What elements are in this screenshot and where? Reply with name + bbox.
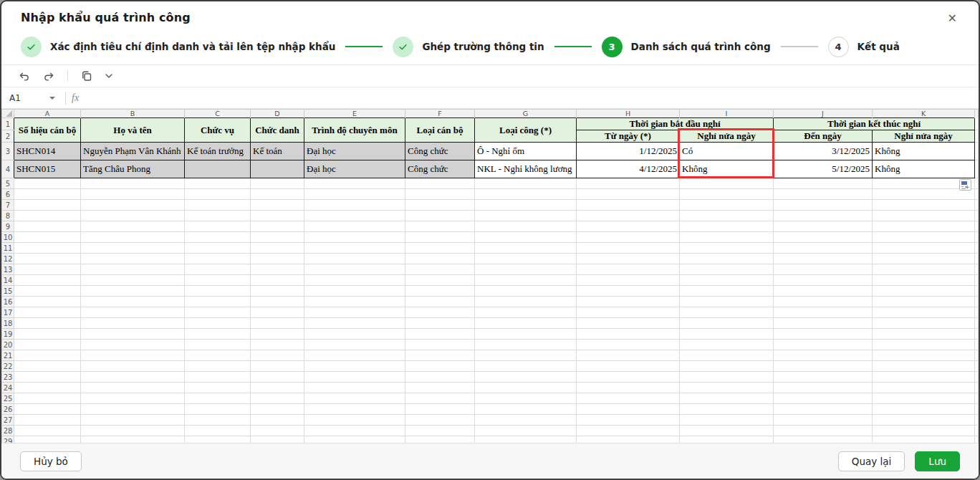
- grid-cell[interactable]: [405, 404, 475, 415]
- data-cell[interactable]: Đại học: [304, 160, 405, 178]
- grid-cell[interactable]: [251, 189, 304, 200]
- grid-cell[interactable]: [405, 329, 475, 340]
- grid-cell[interactable]: [975, 436, 979, 443]
- grid-cell[interactable]: [475, 232, 577, 243]
- row-header[interactable]: 8: [2, 211, 14, 221]
- close-icon[interactable]: ✕: [945, 11, 960, 27]
- grid-cell[interactable]: [185, 297, 251, 307]
- grid-cell[interactable]: [251, 404, 304, 415]
- grid-cell[interactable]: [185, 393, 251, 404]
- row-header[interactable]: 3: [2, 143, 14, 160]
- grid-cell[interactable]: [475, 415, 577, 426]
- grid-cell[interactable]: [251, 211, 304, 221]
- grid-cell[interactable]: [975, 189, 979, 200]
- grid-cell[interactable]: [975, 297, 979, 307]
- grid-cell[interactable]: [185, 361, 251, 372]
- grid-cell[interactable]: [81, 243, 185, 254]
- grid-cell[interactable]: [774, 383, 873, 393]
- grid-cell[interactable]: [475, 436, 577, 443]
- col-header-k[interactable]: K: [873, 110, 975, 118]
- grid-cell[interactable]: [405, 372, 475, 383]
- grid-cell[interactable]: [577, 361, 680, 372]
- grid-cell[interactable]: [975, 340, 979, 350]
- grid-cell[interactable]: [577, 200, 680, 211]
- grid-cell[interactable]: [81, 264, 185, 275]
- grid-cell[interactable]: [251, 232, 304, 243]
- grid-cell[interactable]: [873, 200, 975, 211]
- grid-cell[interactable]: [774, 318, 873, 329]
- data-cell[interactable]: Nguyễn Phạm Vân Khánh: [81, 143, 185, 160]
- row-header[interactable]: 19: [2, 329, 14, 340]
- header-group-cell[interactable]: Thời gian bắt đầu nghỉ: [577, 118, 774, 130]
- grid-cell[interactable]: [873, 221, 975, 232]
- grid-cell[interactable]: [251, 243, 304, 254]
- grid-cell[interactable]: [14, 264, 81, 275]
- data-cell[interactable]: Tăng Châu Phong: [81, 160, 185, 178]
- grid-cell[interactable]: [304, 243, 405, 254]
- cell-name-box[interactable]: A1: [8, 90, 59, 106]
- col-header-b[interactable]: B: [81, 110, 185, 118]
- grid-cell[interactable]: [475, 340, 577, 350]
- grid-cell[interactable]: [14, 436, 81, 443]
- grid-cell[interactable]: [304, 361, 405, 372]
- row-header[interactable]: 21: [2, 350, 14, 361]
- undo-icon[interactable]: [16, 69, 31, 83]
- grid-cell[interactable]: [774, 372, 873, 383]
- row-header[interactable]: 16: [2, 297, 14, 307]
- grid-cell[interactable]: [185, 383, 251, 393]
- grid-cell[interactable]: [475, 264, 577, 275]
- grid-cell[interactable]: [680, 404, 774, 415]
- grid-cell[interactable]: [304, 221, 405, 232]
- data-cell[interactable]: SHCN014: [14, 143, 81, 160]
- grid-cell[interactable]: [680, 383, 774, 393]
- grid-cell[interactable]: [81, 415, 185, 426]
- row-header[interactable]: 22: [2, 361, 14, 372]
- grid-cell[interactable]: [185, 264, 251, 275]
- grid-cell[interactable]: [475, 318, 577, 329]
- grid-cell[interactable]: [81, 307, 185, 318]
- grid-cell[interactable]: [873, 286, 975, 297]
- grid-cell[interactable]: [975, 243, 979, 254]
- data-cell[interactable]: Không: [680, 160, 774, 178]
- grid-cell[interactable]: [251, 254, 304, 264]
- grid-cell[interactable]: [81, 340, 185, 350]
- grid-cell[interactable]: [251, 221, 304, 232]
- header-sub-cell[interactable]: Nghỉ nửa ngày: [873, 130, 975, 143]
- grid-cell[interactable]: [251, 415, 304, 426]
- copy-icon[interactable]: [80, 69, 94, 83]
- grid-cell[interactable]: [774, 243, 873, 254]
- data-cell[interactable]: Đại học: [304, 143, 405, 160]
- grid-cell[interactable]: [304, 426, 405, 436]
- grid-cell[interactable]: [405, 243, 475, 254]
- data-cell[interactable]: 4/12/2025: [577, 160, 680, 178]
- data-cell[interactable]: Công chức: [405, 143, 475, 160]
- grid-cell[interactable]: [577, 264, 680, 275]
- grid-cell[interactable]: [873, 275, 975, 286]
- grid-cell[interactable]: [251, 275, 304, 286]
- grid-cell[interactable]: [975, 275, 979, 286]
- grid-cell[interactable]: [14, 372, 81, 383]
- grid-cell[interactable]: [577, 415, 680, 426]
- grid-cell[interactable]: [577, 383, 680, 393]
- grid-cell[interactable]: [873, 211, 975, 221]
- grid-cell[interactable]: [405, 318, 475, 329]
- data-cell[interactable]: Có: [680, 143, 774, 160]
- grid-cell[interactable]: [774, 254, 873, 264]
- grid-cell[interactable]: [304, 415, 405, 426]
- grid-cell[interactable]: [680, 350, 774, 361]
- grid-cell[interactable]: [577, 350, 680, 361]
- grid-cell[interactable]: [975, 383, 979, 393]
- grid-cell[interactable]: [680, 329, 774, 340]
- row-header[interactable]: 10: [2, 232, 14, 243]
- grid-cell[interactable]: [873, 372, 975, 383]
- grid-cell[interactable]: [14, 340, 81, 350]
- grid-cell[interactable]: [577, 372, 680, 383]
- grid-cell[interactable]: [185, 340, 251, 350]
- grid-cell[interactable]: [14, 361, 81, 372]
- grid-cell[interactable]: [251, 178, 304, 189]
- grid-cell[interactable]: [304, 436, 405, 443]
- header-cell[interactable]: Họ và tên: [81, 118, 185, 143]
- grid-cell[interactable]: [475, 221, 577, 232]
- row-header[interactable]: 20: [2, 340, 14, 350]
- redo-icon[interactable]: [42, 69, 56, 83]
